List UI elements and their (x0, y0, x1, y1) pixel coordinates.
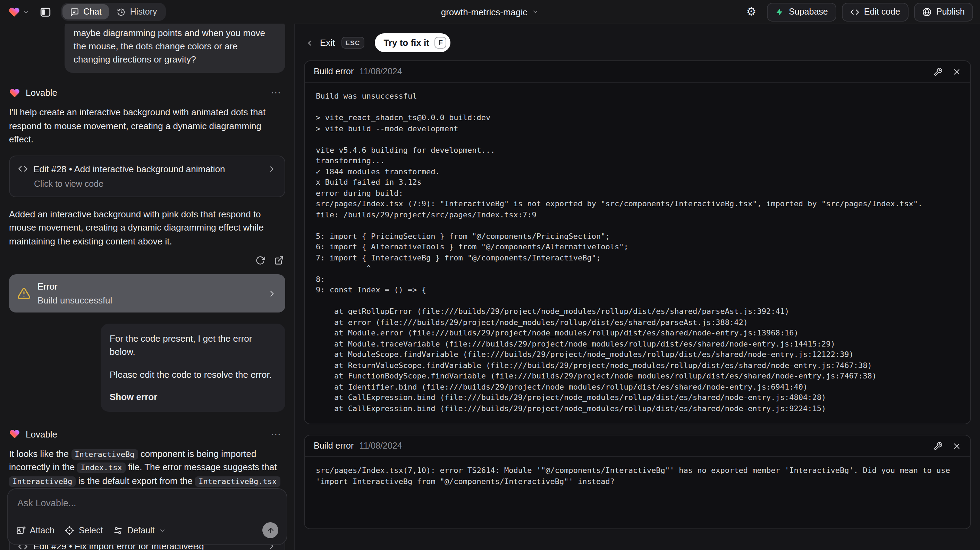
wrench-icon (934, 67, 942, 76)
tab-history-label: History (130, 7, 157, 17)
chevron-right-icon (267, 289, 277, 299)
topbar-right: ⚙ Supabase Edit code (741, 2, 973, 22)
select-element-button[interactable]: Select (65, 525, 103, 535)
sliders-icon (113, 525, 123, 535)
assistant-header: Lovable ⋯ (9, 87, 285, 99)
chat-scroll-area[interactable]: maybe diagramming points and when you mo… (0, 24, 294, 550)
attach-button[interactable]: Attach (16, 525, 54, 535)
history-clock-icon (117, 7, 126, 16)
build-error-title: Build error (314, 441, 354, 451)
main-content: maybe diagramming points and when you mo… (0, 24, 980, 550)
rotate-refresh-icon (255, 256, 265, 266)
edit-card-title-row: Edit #28 • Add interactive background an… (18, 164, 276, 174)
settings-button[interactable]: ⚙ (741, 2, 761, 22)
build-error-title: Build error (314, 67, 354, 77)
project-switcher[interactable]: growth-metrics-magic (441, 0, 539, 24)
preview-toolbar: Exit ESC Try to fix it F (304, 32, 971, 61)
send-button[interactable] (262, 522, 278, 538)
supabase-label: Supabase (789, 7, 828, 17)
edit-card-title: Edit #28 • Add interactive background an… (33, 164, 225, 174)
edit-code-button[interactable]: Edit code (842, 2, 908, 21)
close-error-button[interactable] (952, 67, 961, 76)
build-error-actions (934, 441, 961, 450)
attach-label: Attach (30, 525, 54, 535)
build-error-date: 11/08/2024 (359, 441, 402, 451)
error-title: Error (38, 282, 112, 292)
panel-left-icon (39, 6, 51, 18)
tab-chat[interactable]: Chat (62, 4, 109, 19)
build-error-summary-card[interactable]: Error Build unsuccessful (9, 275, 285, 313)
image-plus-icon (16, 525, 26, 535)
assistant-paragraph: Added an interactive background with pin… (9, 208, 285, 248)
fix-wrench-button[interactable] (934, 441, 942, 450)
restore-button[interactable] (255, 256, 265, 266)
supabase-bolt-icon (775, 7, 784, 16)
user-message: maybe diagramming points and when you mo… (65, 24, 285, 73)
publish-button[interactable]: Publish (914, 2, 973, 21)
chat-bubble-icon (70, 7, 79, 16)
chat-panel: maybe diagramming points and when you mo… (0, 24, 294, 550)
wrench-icon (934, 441, 942, 450)
build-error-card-1: Build error 11/08/2024 (304, 61, 971, 424)
message-menu-button[interactable]: ⋯ (267, 429, 285, 440)
close-error-button[interactable] (952, 441, 961, 450)
try-to-fix-button[interactable]: Try to fix it F (374, 33, 450, 52)
tab-history[interactable]: History (109, 4, 165, 19)
f-key-badge: F (435, 37, 447, 49)
sidebar-toggle-button[interactable] (36, 3, 54, 21)
lovable-heart-icon (9, 429, 20, 440)
build-error-log: src/pages/Index.tsx(7,10): error TS2614:… (305, 457, 970, 528)
build-error-header: Build error 11/08/2024 (305, 435, 970, 457)
user-message-line: For the code present, I get the error be… (110, 332, 276, 359)
fix-label: Try to fix it (383, 38, 429, 48)
globe-icon (923, 7, 931, 16)
build-error-date: 11/08/2024 (359, 67, 402, 77)
chat-history-tab-group: Chat History (61, 3, 166, 21)
close-icon (952, 67, 961, 76)
lovable-app: Chat History growth-metrics-magic (0, 0, 980, 550)
esc-key-badge: ESC (341, 37, 364, 49)
exit-label: Exit (320, 38, 335, 48)
chevron-down-icon (159, 527, 166, 534)
gear-icon: ⚙ (746, 6, 757, 18)
build-error-log: Build was unsuccessful > vite_react_shad… (305, 83, 970, 424)
edit-card-28[interactable]: Edit #28 • Add interactive background an… (9, 156, 285, 197)
chevron-left-icon (305, 38, 314, 47)
build-error-header: Build error 11/08/2024 (305, 61, 970, 83)
mode-label: Default (127, 525, 154, 535)
code-brackets-icon (18, 164, 28, 174)
assistant-name: Lovable (26, 88, 57, 98)
exit-button[interactable]: Exit ESC (305, 37, 364, 49)
chat-input[interactable] (16, 497, 278, 520)
preview-panel: Exit ESC Try to fix it F Build error 11/… (294, 24, 980, 550)
build-error-card-2: Build error 11/08/2024 (304, 435, 971, 529)
mode-selector[interactable]: Default (113, 525, 165, 535)
arrow-up-icon (266, 526, 275, 534)
tab-chat-label: Chat (83, 7, 102, 17)
composer-toolbar: Attach Select (16, 522, 278, 538)
lovable-heart-icon (9, 88, 20, 99)
supabase-button[interactable]: Supabase (767, 2, 836, 21)
select-label: Select (79, 525, 103, 535)
lovable-logo-menu[interactable] (7, 6, 29, 18)
user-message: For the code present, I get the error be… (101, 324, 285, 412)
message-menu-button[interactable]: ⋯ (267, 87, 285, 99)
chevron-right-icon (267, 164, 276, 174)
chevron-down-icon (23, 9, 29, 15)
error-subtitle: Build unsuccessful (38, 295, 112, 306)
show-error-link[interactable]: Show error (110, 390, 276, 403)
lovable-heart-icon (8, 6, 20, 18)
close-icon (952, 441, 961, 450)
open-preview-button[interactable] (274, 256, 284, 266)
edit-card-subtitle: Click to view code (34, 179, 276, 189)
message-actions (10, 256, 284, 266)
edit-code-label: Edit code (864, 7, 900, 17)
external-link-icon (274, 256, 284, 266)
error-texts: Error Build unsuccessful (38, 282, 112, 306)
user-message-line: Please edit the code to resolve the erro… (110, 368, 276, 381)
warning-triangle-icon (18, 287, 30, 300)
chevron-down-icon (532, 8, 539, 15)
publish-label: Publish (936, 7, 965, 17)
assistant-name: Lovable (26, 429, 57, 440)
fix-wrench-button[interactable] (934, 67, 942, 76)
